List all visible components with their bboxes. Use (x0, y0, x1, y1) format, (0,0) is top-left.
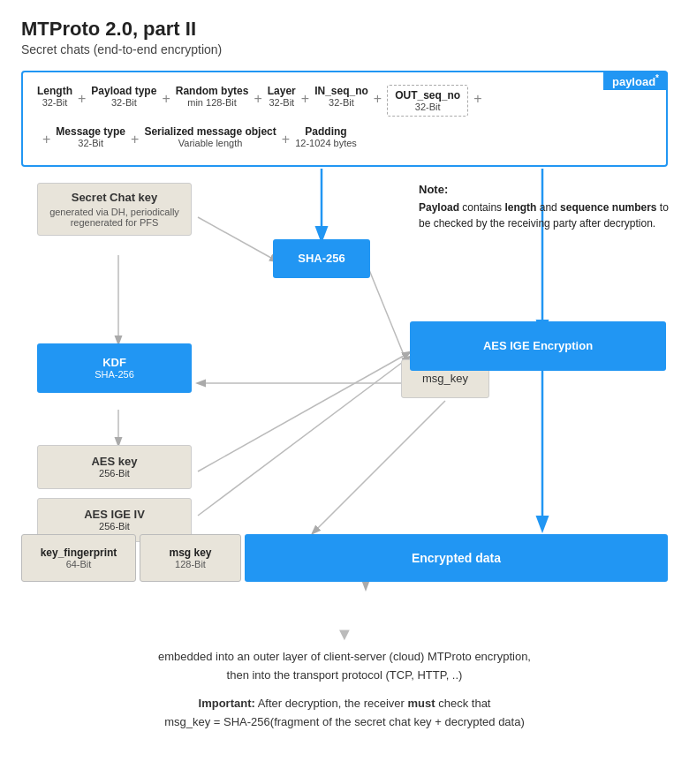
msg-key-label: msg_key (422, 372, 468, 385)
aes-ige-iv-sub: 256-Bit (99, 521, 130, 531)
sha256-label: SHA-256 (298, 252, 344, 265)
field-in-seq: IN_seq_no 32-Bit (314, 85, 368, 108)
plus-4: + (296, 85, 314, 112)
diagram: Secret Chat key generated via DH, period… (21, 167, 668, 608)
note-box: Note: Payload contains length and sequen… (419, 183, 675, 231)
aes-key-box: AES key 256-Bit (37, 445, 192, 489)
aes-ige-box: AES IGE Encryption (410, 321, 666, 371)
payload-label: payload* (603, 72, 668, 90)
bottom-text-4: check that (438, 697, 490, 710)
note-text: Payload contains length and sequence num… (419, 200, 675, 231)
msg-key-out-cell: msg key 128-Bit (140, 534, 241, 582)
aes-key-label: AES key (91, 455, 137, 468)
aes-key-sub: 256-Bit (99, 468, 130, 479)
bottom-text-1: embedded into an outer layer of client-s… (21, 648, 668, 685)
note-title: Note: (419, 183, 675, 196)
field-random-bytes: Random bytes min 128-Bit (176, 85, 249, 108)
kdf-sub: SHA-256 (95, 369, 134, 380)
payload-row-2: + Message type 32-Bit + Serialized messa… (37, 125, 652, 153)
field-msg-type: Message type 32-Bit (56, 125, 125, 148)
bottom-text-2: Important: After decryption, the receive… (21, 695, 668, 732)
kdf-label: KDF (102, 356, 126, 369)
field-out-seq: OUT_seq_no 32-Bit (387, 85, 468, 117)
sha256-box: SHA-256 (273, 239, 370, 278)
important-label: Important: (199, 697, 255, 710)
msg-key-out-label: msg key (169, 547, 211, 559)
bottom-text-3: After decryption, the receiver (258, 697, 405, 710)
plus-3: + (248, 85, 267, 112)
svg-line-9 (313, 401, 445, 533)
field-length: Length 32-Bit (37, 85, 72, 108)
svg-line-6 (198, 352, 410, 471)
aes-ige-label: AES IGE Encryption (483, 339, 593, 352)
key-fingerprint-size: 64-Bit (66, 559, 92, 569)
plus-5: + (368, 85, 387, 112)
bottom-section: ▼ embedded into an outer layer of client… (21, 617, 668, 732)
payload-row-1: Length 32-Bit + Payload type 32-Bit + Ra… (37, 85, 652, 117)
secret-chat-key-label: Secret Chat key (72, 191, 158, 204)
secret-chat-key-sub: generated via DH, periodically regenerat… (49, 207, 179, 228)
field-padding: Padding 12-1024 bytes (295, 125, 357, 148)
plus-1: + (72, 85, 91, 112)
key-fingerprint-label: key_fingerprint (41, 547, 117, 559)
plus-6: + (468, 85, 487, 112)
secret-chat-key-box: Secret Chat key generated via DH, period… (37, 183, 192, 236)
bottom-arrow: ▼ (21, 624, 668, 645)
svg-line-1 (198, 217, 277, 261)
plus-2: + (156, 85, 175, 112)
field-payload-type: Payload type 32-Bit (91, 85, 156, 108)
plus-7: + (37, 125, 56, 153)
field-layer: Layer 32-Bit (268, 85, 296, 108)
bottom-text-5: msg_key = SHA-256(fragment of the secret… (164, 715, 525, 728)
aes-ige-iv-label: AES IGE IV (84, 508, 145, 521)
subtitle: Secret chats (end-to-end encryption) (21, 42, 668, 57)
svg-line-3 (366, 261, 410, 370)
kdf-box: KDF SHA-256 (37, 343, 192, 393)
field-serialized: Serialized message object Variable lengt… (144, 125, 276, 148)
encrypted-data-cell: Encrypted data (245, 534, 668, 582)
must-label: must (408, 697, 435, 710)
encrypted-data-label: Encrypted data (412, 551, 501, 565)
plus-8: + (125, 125, 144, 153)
plus-9: + (276, 125, 295, 153)
payload-box: payload* Length 32-Bit + Payload type 32… (21, 71, 668, 167)
msg-key-out-size: 128-Bit (175, 559, 206, 569)
key-fingerprint-cell: key_fingerprint 64-Bit (21, 534, 136, 582)
svg-line-7 (198, 357, 410, 516)
page-title: MTProto 2.0, part II (21, 18, 668, 41)
